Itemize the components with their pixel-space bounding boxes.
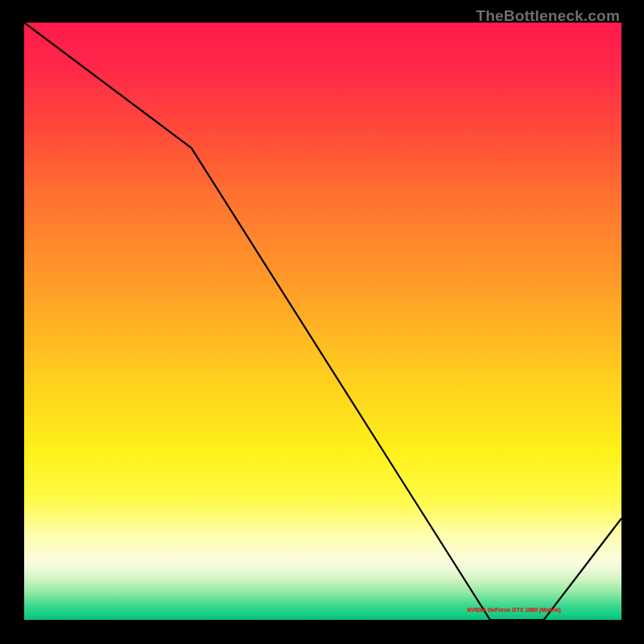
line-chart-layer (24, 23, 621, 620)
gpu-annotation: NVIDIA GeForce GTX 1060 (Mobile) (467, 606, 560, 612)
plot-area: NVIDIA GeForce GTX 1060 (Mobile) (24, 23, 621, 620)
data-curve (24, 23, 621, 620)
chart-stage: TheBottleneck.com NVIDIA GeForce GTX 106… (0, 0, 644, 644)
